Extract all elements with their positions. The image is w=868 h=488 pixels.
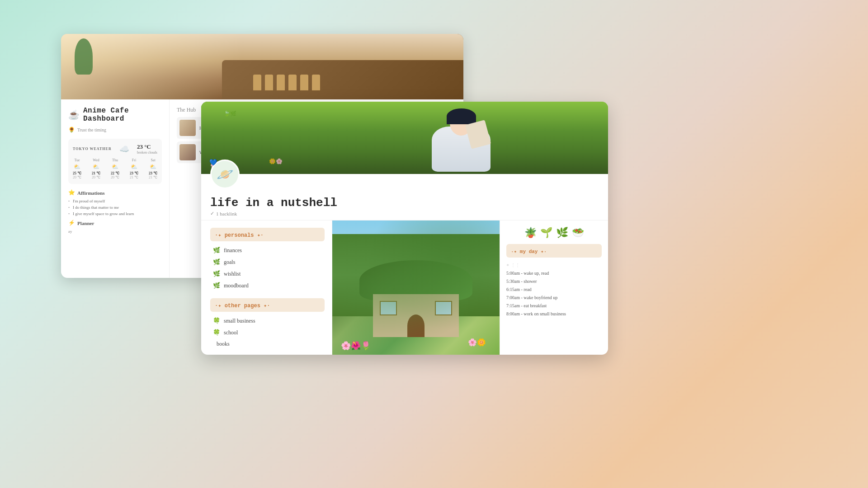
nav-item-small-business[interactable]: 🍀 small business	[210, 315, 325, 326]
stool	[288, 75, 297, 90]
schedule-item-5: 7:15am - eat breakfast	[506, 302, 602, 310]
finances-label: finances	[224, 247, 242, 254]
content-area: ·✦ personals ✦· 🌿 finances 🌿 goals 🌿 wis…	[201, 221, 608, 355]
weather-day-sat: Sat ⛅ 23 ℃ 21 ℃	[149, 158, 157, 179]
pixel-plants-row: 🪴 🌱 🌿 🥗	[506, 227, 602, 239]
page-title: life in a nutshell	[210, 196, 599, 210]
planner-title: Planner	[77, 221, 94, 226]
dashboard-title: Anime Cafe Dashboard	[83, 107, 162, 123]
schedule-time-2: 5:30am - shower	[506, 277, 537, 286]
schedule-item-1: 5:00am - wake up, read	[506, 269, 602, 277]
nav-item-finances[interactable]: 🌿 finances	[210, 245, 325, 256]
stool	[253, 75, 261, 90]
weather-day-thu: Thu ⛅ 22 ℃ 20 ℃	[111, 158, 119, 179]
affirmation-row: 🌻 Trust the timing	[68, 127, 162, 133]
day-name: Sat	[149, 158, 157, 162]
pixel-plant-1: 🪴	[524, 227, 537, 239]
moodboard-label: moodboard	[224, 282, 249, 289]
profile-avatar: 💙 🪐	[210, 160, 240, 189]
day-name: Fri	[130, 158, 138, 162]
cottage-illustration: 🌸🌺🌷 🌸🌼	[332, 221, 500, 355]
backlink-row: ✓ 1 backlink	[210, 211, 599, 216]
weather-day-fri: Fri ⛅ 23 ℃ 21 ℃	[130, 158, 138, 179]
affirmations-list: I'm proud of myself I do things that mat…	[68, 199, 162, 216]
coffee-icon: ☕	[68, 109, 80, 120]
affirmations-header: ⭐ Affirmations	[68, 189, 162, 196]
stool	[277, 75, 285, 90]
wishlist-icon: 🌿	[213, 270, 220, 277]
day-label: ay	[68, 229, 162, 234]
day-name: Wed	[92, 158, 100, 162]
small-business-icon: 🍀	[213, 317, 220, 324]
schedule-item-4: 7:00am - wake boyfriend up	[506, 294, 602, 302]
school-label: school	[224, 329, 238, 336]
schedule-item-6: 8:00am - work on small business	[506, 310, 602, 318]
pixel-plant-2: 🌱	[540, 227, 552, 239]
school-icon: 🍀	[213, 329, 220, 336]
day-low: 20 ℃	[73, 175, 81, 179]
affirmation-item-1: I'm proud of myself	[68, 199, 162, 203]
planner-header: ⚡ Planner	[68, 220, 162, 226]
my-day-badge: ·✦ my day ✦·	[506, 244, 602, 258]
weather-day-tue: Tue ⛅ 25 ℃ 20 ℃	[73, 158, 81, 179]
nav-item-moodboard[interactable]: 🌿 moodboard	[210, 280, 325, 291]
weather-location: TOKYO WEATHER	[73, 147, 112, 151]
left-nav-panel: ·✦ personals ✦· 🌿 finances 🌿 goals 🌿 wis…	[201, 221, 332, 355]
stool	[300, 75, 308, 90]
weather-temp: 23 °C	[137, 143, 157, 150]
vine-overlay	[332, 221, 500, 355]
weather-days: Tue ⛅ 25 ℃ 20 ℃ Wed ⛅ 21 ℃ 20 ℃ Thu ⛅	[73, 158, 157, 179]
pixel-plant-4: 🥗	[572, 227, 584, 239]
day-low: 20 ℃	[92, 175, 100, 179]
day-low: 21 ℃	[130, 175, 138, 179]
affirmation-text: Trust the timing	[77, 127, 106, 132]
day-high: 22 ℃	[111, 171, 119, 175]
schedule-time-6: 8:00am - work on small business	[506, 310, 566, 318]
day-name: Thu	[111, 158, 119, 162]
schedule-time-3: 6:15am - read	[506, 286, 532, 294]
weather-temp-block: 23 °C broken clouds	[137, 143, 157, 155]
hub-item-image	[179, 120, 196, 136]
day-low: 20 ℃	[111, 175, 119, 179]
day-icon: ⛅	[130, 164, 138, 170]
affirmations-title: Affirmations	[77, 190, 105, 196]
other-pages-badge: ·✦ other pages ✦·	[210, 298, 325, 312]
weather-icon: ☁️	[119, 144, 129, 154]
nav-item-school[interactable]: 🍀 school	[210, 327, 325, 338]
weather-card: TOKYO WEATHER ☁️ 23 °C broken clouds Tue…	[68, 139, 162, 184]
right-dashboard-card: 🌸🌺🌸 🌼🌸 🍃🌿 💙 🪐 life in a nutshell ✓ 1 bac…	[201, 102, 608, 355]
avatar-emoji: 🪐	[217, 166, 233, 182]
drag-handle-icon: ⋮⋮	[511, 263, 520, 267]
cafe-stools	[253, 72, 454, 90]
checkmark-icon: ✓	[210, 211, 214, 216]
page-title-section: life in a nutshell ✓ 1 backlink	[201, 192, 608, 221]
cottage-image-panel: 🌸🌺🌷 🌸🌼	[332, 221, 500, 355]
goals-icon: 🌿	[213, 258, 220, 266]
day-icon: ⛅	[92, 164, 100, 170]
affirmations-icon: ⭐	[68, 189, 75, 196]
stool	[312, 75, 320, 90]
nav-item-books[interactable]: books	[210, 339, 325, 349]
nav-item-goals[interactable]: 🌿 goals	[210, 257, 325, 267]
schedule-time-4: 7:00am - wake boyfriend up	[506, 294, 557, 302]
goals-label: goals	[224, 259, 235, 266]
day-high: 23 ℃	[130, 171, 138, 175]
personals-section: ·✦ personals ✦· 🌿 finances 🌿 goals 🌿 wis…	[210, 228, 325, 291]
leaf-decoration: 🍃🌿	[224, 111, 236, 117]
day-name: Tue	[73, 158, 81, 162]
planner-icon: ⚡	[68, 220, 75, 226]
my-day-panel: 🪴 🌱 🌿 🥗 ·✦ my day ✦· + ⋮⋮ 5:00am - wake …	[500, 221, 608, 355]
weather-location-block: TOKYO WEATHER	[73, 147, 112, 151]
schedule-item-2: 5:30am - shower	[506, 277, 602, 286]
day-high: 23 ℃	[149, 171, 157, 175]
nav-item-wishlist[interactable]: 🌿 wishlist	[210, 268, 325, 279]
add-schedule-row[interactable]: + ⋮⋮	[506, 262, 602, 267]
heart-icon: 💙	[209, 159, 217, 166]
sun-icon: 🌻	[68, 127, 75, 133]
cafe-header-image	[61, 34, 463, 99]
add-icon: +	[506, 262, 509, 267]
stool	[265, 75, 273, 90]
backlink-text: 1 backlink	[216, 211, 237, 216]
moodboard-icon: 🌿	[213, 282, 220, 289]
day-low: 21 ℃	[149, 175, 157, 179]
